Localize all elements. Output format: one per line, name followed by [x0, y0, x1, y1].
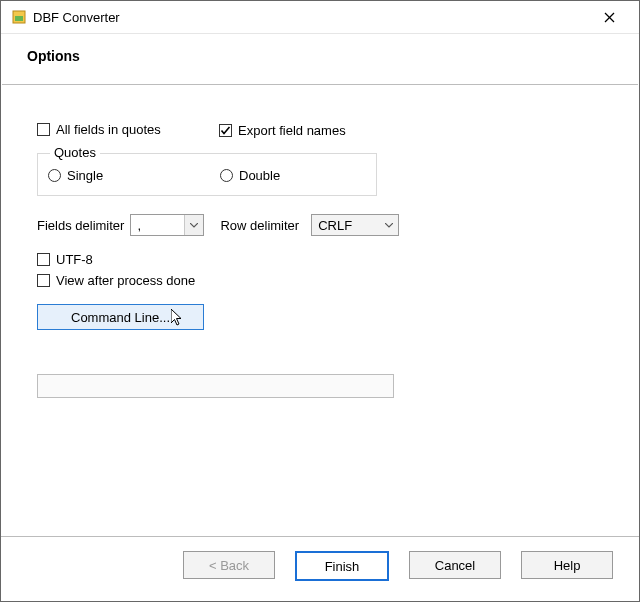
checkbox-icon: [37, 253, 50, 266]
radio-icon: [48, 169, 61, 182]
app-icon: [11, 9, 27, 25]
radio-label: Double: [239, 168, 280, 183]
footer: < Back Finish Cancel Help: [1, 536, 639, 601]
button-label: < Back: [209, 558, 249, 573]
cancel-button[interactable]: Cancel: [409, 551, 501, 579]
close-button[interactable]: [589, 1, 629, 33]
fields-delimiter-label: Fields delimiter: [37, 218, 124, 233]
all-fields-in-quotes-checkbox[interactable]: All fields in quotes: [37, 122, 161, 137]
progress-bar: [37, 374, 394, 398]
combo-value: CRLF: [312, 218, 380, 233]
checkbox-label: Export field names: [238, 123, 346, 138]
quotes-single-radio[interactable]: Single: [48, 168, 103, 183]
export-field-names-checkbox[interactable]: Export field names: [219, 123, 346, 138]
svg-rect-1: [15, 16, 23, 21]
checkbox-label: UTF-8: [56, 252, 93, 267]
back-button[interactable]: < Back: [183, 551, 275, 579]
window: DBF Converter Options All fields in quot…: [0, 0, 640, 602]
window-title: DBF Converter: [33, 10, 589, 25]
chevron-down-icon: [184, 215, 203, 235]
quotes-double-radio[interactable]: Double: [220, 168, 280, 183]
radio-icon: [220, 169, 233, 182]
radio-label: Single: [67, 168, 103, 183]
help-button[interactable]: Help: [521, 551, 613, 579]
checkbox-icon: [37, 123, 50, 136]
checkbox-icon: [37, 274, 50, 287]
quotes-legend: Quotes: [50, 145, 100, 160]
titlebar: DBF Converter: [1, 1, 639, 34]
combo-value: ,: [131, 218, 184, 233]
button-label: Finish: [325, 559, 360, 574]
close-icon: [604, 12, 615, 23]
checkbox-label: All fields in quotes: [56, 122, 161, 137]
view-after-checkbox[interactable]: View after process done: [37, 273, 603, 288]
row-delimiter-combo[interactable]: CRLF: [311, 214, 399, 236]
checkbox-label: View after process done: [56, 273, 195, 288]
header: Options: [1, 34, 639, 76]
quotes-group: Quotes Single Double: [37, 153, 377, 196]
page-title: Options: [27, 48, 613, 64]
mouse-cursor-icon: [171, 309, 185, 330]
check-icon: [220, 125, 231, 136]
finish-button[interactable]: Finish: [295, 551, 389, 581]
content: All fields in quotes Export field names …: [1, 86, 639, 536]
button-label: Cancel: [435, 558, 475, 573]
command-line-button[interactable]: Command Line...: [37, 304, 204, 330]
button-label: Help: [554, 558, 581, 573]
fields-delimiter-combo[interactable]: ,: [130, 214, 204, 236]
button-label: Command Line...: [71, 310, 170, 325]
svg-marker-4: [171, 309, 181, 325]
chevron-down-icon: [380, 215, 398, 235]
utf8-checkbox[interactable]: UTF-8: [37, 252, 603, 267]
row-delimiter-label: Row delimiter: [220, 218, 299, 233]
checkbox-icon: [219, 124, 232, 137]
